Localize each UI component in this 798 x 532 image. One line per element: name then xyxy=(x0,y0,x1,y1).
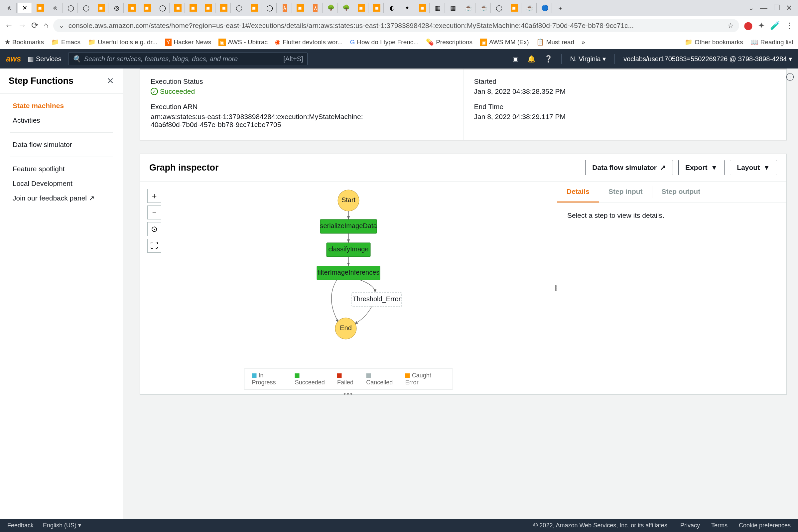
aws-logo[interactable]: aws xyxy=(6,54,21,63)
reload-icon[interactable]: ⟳ xyxy=(31,20,39,31)
url-bar[interactable]: ⌄ console.aws.amazon.com/states/home?reg… xyxy=(53,19,739,32)
reading-list[interactable]: 📖Reading list xyxy=(750,38,793,46)
sidebar-close-icon[interactable]: ✕ xyxy=(107,76,114,86)
bookmark-item[interactable]: YHacker News xyxy=(165,39,211,46)
execution-summary-card: Execution Status ✓ Succeeded Execution A… xyxy=(140,69,787,140)
zoom-out-button[interactable]: － xyxy=(147,206,161,220)
browser-tab[interactable]: ▣ xyxy=(355,3,368,13)
site-info-icon[interactable]: ⌄ xyxy=(58,22,64,30)
back-icon[interactable]: ← xyxy=(5,20,13,31)
browser-tab[interactable]: ▣ xyxy=(247,3,261,13)
browser-tab[interactable]: ▣ xyxy=(94,3,108,13)
tab-dropdown-icon[interactable]: ⌄ xyxy=(748,4,754,12)
bookmarks-label[interactable]: ★ Bookmarks xyxy=(5,38,44,46)
star-icon[interactable]: ☆ xyxy=(727,22,734,30)
sidebar-item-local-development[interactable]: Local Development xyxy=(0,176,123,191)
feedback-link[interactable]: Feedback xyxy=(7,522,34,529)
zoom-reset-button[interactable]: ⊙ xyxy=(147,222,161,236)
browser-tab[interactable]: ▣ xyxy=(416,3,430,13)
browser-tab[interactable]: ▣ xyxy=(293,3,307,13)
browser-tab[interactable]: ◯ xyxy=(263,3,277,13)
browser-tab[interactable]: ◎ xyxy=(110,3,124,13)
browser-tab[interactable]: ☕ xyxy=(523,3,537,13)
services-menu[interactable]: ▦ Services xyxy=(27,55,61,63)
account-menu[interactable]: voclabs/user1705083=5502269726 @ 3798-38… xyxy=(624,55,792,63)
zoom-in-button[interactable]: ＋ xyxy=(147,189,161,203)
privacy-link[interactable]: Privacy xyxy=(680,522,700,529)
help-icon[interactable]: ❔ xyxy=(544,55,553,63)
bookmark-item[interactable]: 📁Emacs xyxy=(51,38,80,46)
browser-tab[interactable]: ◯ xyxy=(156,3,170,13)
forward-icon[interactable]: → xyxy=(18,20,26,31)
browser-tab[interactable]: λ xyxy=(308,3,323,13)
cookie-preferences-link[interactable]: Cookie preferences xyxy=(739,522,791,529)
browser-tab[interactable]: ▣ xyxy=(125,3,139,13)
bookmark-item[interactable]: GHow do I type Frenc... xyxy=(350,39,419,46)
sidebar-item-activities[interactable]: Activities xyxy=(0,113,123,128)
bookmark-item[interactable]: 📁Userful tools e.g. dr... xyxy=(88,38,158,46)
tab-step-input[interactable]: Step input xyxy=(599,182,652,203)
cloudshell-icon[interactable]: ▣ xyxy=(512,55,519,63)
browser-tab[interactable]: ▣ xyxy=(33,3,47,13)
bookmark-overflow[interactable]: » xyxy=(582,39,585,46)
sidebar-item-feature-spotlight[interactable]: Feature spotlight xyxy=(0,162,123,176)
bookmark-item[interactable]: ▣AWS MM (Ex) xyxy=(480,39,529,46)
extension-icon[interactable]: 🧪 xyxy=(770,21,780,30)
extension-icon[interactable]: ⬤ xyxy=(744,21,753,30)
browser-tab[interactable]: 🌳 xyxy=(339,3,353,13)
aws-search-input[interactable]: 🔍 Search for services, features, blogs, … xyxy=(68,53,307,65)
sidebar-item-feedback-panel[interactable]: Join our feedback panel↗ xyxy=(0,191,123,206)
data-flow-simulator-button[interactable]: Data flow simulator ↗ xyxy=(585,160,673,175)
notifications-icon[interactable]: 🔔 xyxy=(527,55,536,63)
zoom-fit-button[interactable]: ⛶ xyxy=(147,239,161,253)
browser-tab-active[interactable]: ✕ xyxy=(18,3,32,13)
browser-tab[interactable]: ◯ xyxy=(64,3,78,13)
region-selector[interactable]: N. Virginia ▾ xyxy=(570,55,606,63)
sidebar-item-data-flow-simulator[interactable]: Data flow simulator xyxy=(0,137,123,152)
browser-tab[interactable]: ▣ xyxy=(202,3,215,13)
browser-tab[interactable]: 🔵 xyxy=(538,3,552,13)
browser-tab[interactable]: ▣ xyxy=(186,3,200,13)
bookmark-item[interactable]: 📋Must read xyxy=(536,38,574,46)
maximize-icon[interactable]: ❐ xyxy=(773,4,780,12)
browser-tab[interactable]: ◯ xyxy=(79,3,93,13)
resize-handle-vertical[interactable]: ••• xyxy=(555,285,557,291)
home-icon[interactable]: ⌂ xyxy=(43,20,49,31)
browser-tab[interactable]: ☕ xyxy=(461,3,475,13)
bookmark-item[interactable]: 💊Prescriptions xyxy=(426,38,473,46)
browser-tab[interactable]: ▣ xyxy=(370,3,384,13)
other-bookmarks[interactable]: 📁Other bookmarks xyxy=(685,38,743,46)
layout-button[interactable]: Layout ▼ xyxy=(730,160,777,175)
browser-tab[interactable]: ⎋ xyxy=(3,3,17,13)
new-tab-button[interactable]: ＋ xyxy=(553,3,567,13)
bookmark-item[interactable]: ◉Flutter devtools wor... xyxy=(275,38,343,46)
minimize-icon[interactable]: — xyxy=(760,4,767,12)
browser-tab[interactable]: ◯ xyxy=(232,3,246,13)
browser-tab[interactable]: ◐ xyxy=(385,3,399,13)
info-icon[interactable]: ⓘ xyxy=(786,72,794,82)
export-button[interactable]: Export ▼ xyxy=(678,160,724,175)
browser-tab[interactable]: λ xyxy=(278,3,292,13)
tab-step-output[interactable]: Step output xyxy=(652,182,710,203)
browser-tab[interactable]: ▣ xyxy=(171,3,185,13)
graph-pane[interactable]: ＋ － ⊙ ⛶ Start xyxy=(140,182,557,394)
browser-tab[interactable]: ▦ xyxy=(431,3,445,13)
browser-tab[interactable]: ✦ xyxy=(400,3,414,13)
browser-tab[interactable]: ▣ xyxy=(140,3,154,13)
browser-tab[interactable]: 🌳 xyxy=(324,3,338,13)
extensions-icon[interactable]: ✦ xyxy=(758,21,765,30)
language-selector[interactable]: English (US) ▾ xyxy=(43,522,81,529)
sidebar-item-state-machines[interactable]: State machines xyxy=(0,98,123,113)
terms-link[interactable]: Terms xyxy=(711,522,727,529)
browser-tab[interactable]: ☕ xyxy=(477,3,491,13)
browser-tab[interactable]: ▣ xyxy=(507,3,521,13)
browser-tab[interactable]: ▣ xyxy=(217,3,231,13)
tab-details[interactable]: Details xyxy=(557,182,599,203)
browser-tab[interactable]: ◯ xyxy=(492,3,506,13)
browser-tab[interactable]: ⎋ xyxy=(49,3,62,13)
browser-tab[interactable]: ▦ xyxy=(446,3,460,13)
bookmark-item[interactable]: ▣AWS - Ubitrac xyxy=(218,39,268,46)
resize-handle-horizontal[interactable]: ••• xyxy=(343,390,354,398)
close-window-icon[interactable]: ✕ xyxy=(786,4,792,12)
menu-icon[interactable]: ⋮ xyxy=(785,21,793,30)
